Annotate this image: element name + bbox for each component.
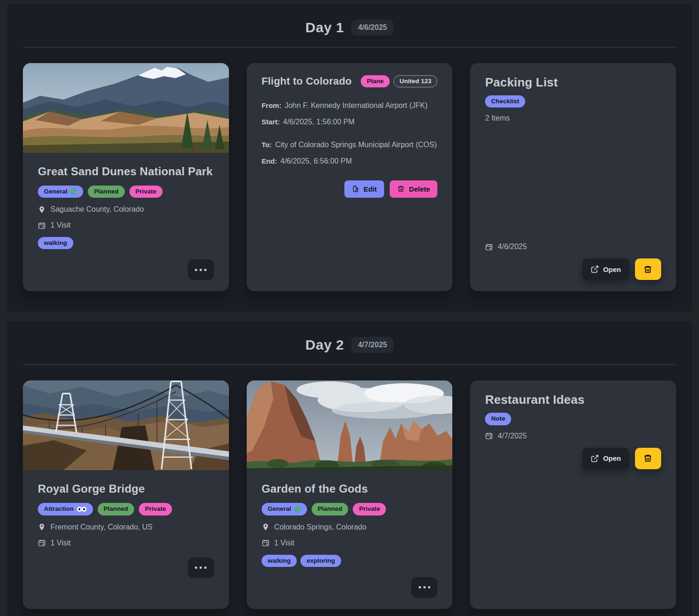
to-row: To:City of Colorado Springs Municipal Ai… [262, 140, 438, 150]
tag-row: walking exploring [262, 555, 438, 567]
visits-text: 1 Visit [50, 539, 71, 547]
category-badge: General [262, 503, 307, 515]
location-text: Saguache County, Colorado [50, 205, 144, 214]
day-2-section: Day 2 4/7/2025 [7, 321, 692, 616]
items-count: 2 Items [485, 114, 661, 122]
visits-row: 1 Visit [262, 539, 438, 547]
open-label: Open [603, 265, 621, 273]
open-button[interactable]: Open [582, 258, 629, 280]
more-icon [419, 586, 421, 588]
place-card-royal-gorge[interactable]: Royal Gorge Bridge Attraction Planned Pr… [23, 380, 229, 609]
note-date: 4/7/2025 [498, 432, 527, 440]
from-value: John F. Kennedy International Airport (J… [285, 101, 428, 109]
tag: walking [262, 555, 297, 567]
location-pin-icon [38, 523, 46, 531]
place-title: Royal Gorge Bridge [38, 482, 214, 495]
more-button[interactable] [411, 577, 437, 598]
day-2-header: Day 2 4/7/2025 [23, 333, 676, 364]
category-badge: General [38, 186, 83, 198]
delete-checklist-button[interactable] [635, 258, 661, 280]
to-label: To: [262, 141, 272, 149]
end-label: End: [262, 157, 277, 165]
open-label: Open [603, 454, 621, 462]
checklist-card: Packing List Checklist 2 Items 4/6/2025 … [470, 63, 676, 291]
eyes-icon [77, 506, 87, 512]
trash-icon [643, 265, 652, 274]
globe-icon [70, 188, 77, 195]
start-value: 4/6/2025, 1:56:00 PM [283, 118, 355, 126]
delete-label: Delete [409, 185, 430, 193]
visits-text: 1 Visit [50, 221, 71, 229]
tag: walking [38, 237, 73, 249]
edit-label: Edit [364, 185, 377, 193]
location-row: Fremont County, Colorado, US [38, 523, 214, 531]
end-value: 4/6/2025, 6:56:00 PM [280, 157, 352, 165]
more-button[interactable] [188, 259, 214, 280]
location-pin-icon [38, 206, 46, 214]
day-divider [23, 47, 676, 48]
more-icon [195, 566, 197, 569]
privacy-badge: Private [353, 503, 386, 515]
external-link-icon [591, 454, 599, 463]
tag: exploring [300, 555, 341, 567]
calendar-icon [485, 432, 493, 440]
location-text: Fremont County, Colorado, US [50, 523, 152, 531]
day-date-badge: 4/6/2025 [351, 20, 393, 36]
calendar-icon [38, 539, 46, 547]
checklist-date: 4/6/2025 [498, 243, 527, 251]
category-badge: Attraction [38, 503, 93, 515]
day-divider [23, 364, 676, 365]
from-label: From: [262, 101, 282, 109]
edit-file-icon [352, 185, 359, 193]
visits-row: 1 Visit [38, 539, 214, 547]
more-button[interactable] [188, 558, 214, 578]
place-title: Great Sand Dunes National Park [38, 165, 214, 178]
checklist-title: Packing List [485, 75, 661, 90]
privacy-badge: Private [139, 503, 172, 515]
place-card-great-sand-dunes[interactable]: Great Sand Dunes National Park General P… [23, 63, 229, 291]
place-photo-dunes [23, 63, 229, 153]
edit-button[interactable]: Edit [344, 180, 384, 198]
status-badge: Planned [88, 186, 125, 198]
location-row: Saguache County, Colorado [38, 205, 214, 214]
start-label: Start: [262, 118, 280, 126]
day-title: Day 2 [306, 337, 344, 353]
day-date-badge: 4/7/2025 [351, 337, 393, 353]
flight-card: Flight to Colorado Plane United 123 From… [247, 63, 453, 291]
external-link-icon [591, 265, 599, 273]
calendar-icon [485, 243, 493, 251]
from-row: From:John F. Kennedy International Airpo… [262, 100, 438, 111]
day-1-section: Day 1 4/6/2025 [7, 4, 692, 312]
visits-text: 1 Visit [274, 539, 294, 547]
checklist-date-row: 4/6/2025 [485, 243, 661, 251]
flight-code-badge: United 123 [393, 75, 437, 87]
place-photo-garden [247, 380, 453, 470]
delete-button[interactable]: Delete [390, 180, 437, 198]
tag-row: walking [38, 237, 214, 249]
day-1-header: Day 1 4/6/2025 [23, 16, 676, 47]
status-badge: Planned [98, 503, 135, 515]
status-badge: Planned [312, 503, 349, 515]
place-photo-bridge [23, 380, 229, 470]
day-title: Day 1 [306, 20, 344, 36]
delete-note-button[interactable] [635, 448, 661, 469]
visits-row: 1 Visit [38, 221, 214, 229]
calendar-icon [38, 222, 46, 229]
day-2-cards: Royal Gorge Bridge Attraction Planned Pr… [23, 380, 676, 609]
location-pin-icon [262, 523, 270, 531]
location-text: Colorado Springs, Colorado [274, 523, 366, 531]
checklist-type-badge: Checklist [485, 95, 525, 107]
trash-icon [643, 454, 652, 463]
flight-title: Flight to Colorado [262, 75, 352, 87]
category-label: General [268, 505, 291, 513]
note-title: Restaurant Ideas [485, 393, 661, 407]
day-1-cards: Great Sand Dunes National Park General P… [23, 63, 676, 291]
location-row: Colorado Springs, Colorado [262, 523, 438, 531]
place-card-garden-of-the-gods[interactable]: Garden of the Gods General Planned Priva… [247, 380, 453, 609]
transport-type-badge: Plane [361, 75, 390, 87]
note-card: Restaurant Ideas Note 4/7/2025 Open [470, 380, 676, 609]
globe-icon [294, 506, 301, 513]
open-button[interactable]: Open [582, 448, 629, 469]
category-label: General [44, 188, 67, 195]
to-value: City of Colorado Springs Municipal Airpo… [275, 141, 437, 149]
